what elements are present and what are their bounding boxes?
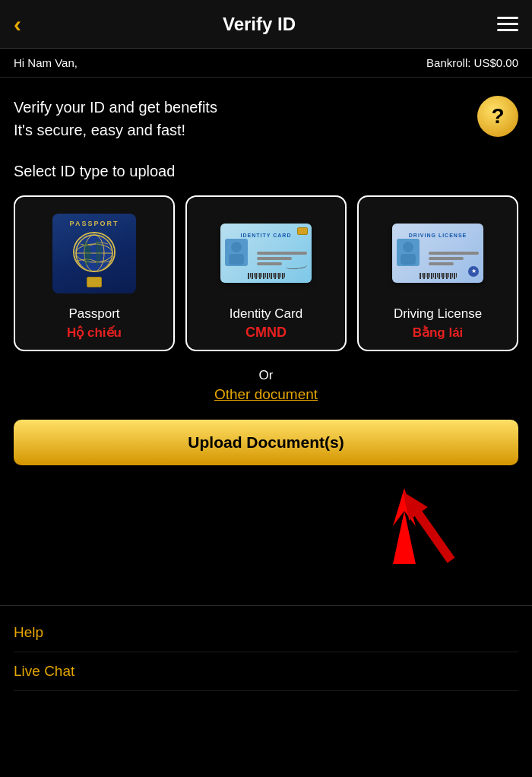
dlcard-title: DRIVING LICENSE	[392, 227, 483, 240]
globe-svg	[74, 233, 114, 273]
main-content: Verify your ID and get benefits It's sec…	[0, 78, 532, 605]
dlcard-line3	[429, 262, 454, 265]
intro-section: Verify your ID and get benefits It's sec…	[14, 96, 518, 141]
driving-license-label: Driving License	[394, 306, 482, 322]
arrow-area	[14, 480, 518, 572]
svg-point-4	[231, 242, 242, 252]
or-section: Or Other document	[14, 368, 518, 403]
header: ‹ Verify ID	[0, 0, 532, 49]
passport-chip	[87, 277, 102, 287]
footer-links: Help Live Chat	[0, 605, 532, 691]
intro-line2: It's secure, easy and fast!	[14, 119, 217, 141]
user-bar: Hi Nam Van, Bankroll: US$0.00	[0, 49, 532, 78]
menu-button[interactable]	[497, 17, 518, 31]
bankroll-text: Bankroll: US$0.00	[426, 56, 518, 69]
driving-license-image: DRIVING LICENSE	[365, 208, 511, 299]
help-link[interactable]: Help	[14, 614, 518, 652]
help-button[interactable]: ?	[477, 96, 518, 137]
passport-label: Passport	[68, 306, 119, 322]
identity-card-sublabel: CMND	[245, 325, 287, 341]
upload-button[interactable]: Upload Document(s)	[14, 420, 518, 465]
dlcard-line1	[429, 252, 479, 255]
idcard-photo	[225, 239, 248, 266]
svg-point-6	[403, 242, 413, 252]
svg-rect-5	[229, 254, 244, 265]
dlcard-line2	[429, 257, 464, 260]
identity-card-label: Identity Card	[230, 306, 302, 322]
dlcard-visual: DRIVING LICENSE	[392, 224, 483, 283]
passport-sublabel: Hộ chiếu	[67, 325, 122, 341]
person-svg	[227, 240, 245, 265]
svg-rect-7	[401, 254, 416, 265]
dlcard-photo	[397, 239, 420, 266]
driving-license-sublabel: Bằng lái	[413, 325, 464, 341]
page-title: Verify ID	[223, 14, 296, 35]
arrow-svg	[389, 480, 458, 572]
globe-inner	[74, 233, 114, 271]
back-button[interactable]: ‹	[14, 13, 21, 36]
intro-line1: Verify your ID and get benefits	[14, 96, 217, 119]
idcard-barcode	[220, 273, 312, 279]
identity-card-image: IDENTITY CARD	[193, 208, 339, 299]
menu-line	[497, 29, 518, 31]
identity-card[interactable]: IDENTITY CARD	[185, 195, 347, 351]
other-document-link[interactable]: Other document	[214, 386, 318, 403]
select-label: Select ID type to upload	[14, 163, 518, 180]
menu-line	[497, 23, 518, 25]
greeting-text: Hi Nam Van,	[14, 56, 78, 69]
menu-line	[497, 17, 518, 19]
id-cards-row: PASSPORT	[14, 195, 518, 351]
passport-visual: PASSPORT	[52, 214, 136, 293]
dlcard-title-text: DRIVING LICENSE	[409, 233, 467, 238]
passport-image: PASSPORT	[21, 208, 167, 299]
idcard-visual: IDENTITY CARD	[220, 224, 312, 283]
driving-license-card[interactable]: DRIVING LICENSE	[357, 195, 518, 351]
idcard-line1	[257, 252, 307, 255]
live-chat-link[interactable]: Live Chat	[14, 652, 518, 691]
or-text: Or	[14, 368, 518, 383]
dl-person-svg	[399, 240, 417, 265]
dlcard-barcode	[392, 273, 483, 279]
idcard-line2	[257, 257, 292, 260]
passport-top-label: PASSPORT	[70, 220, 119, 227]
intro-text: Verify your ID and get benefits It's sec…	[14, 96, 217, 141]
idcard-title-text: IDENTITY CARD	[241, 233, 292, 238]
passport-globe	[73, 232, 116, 273]
idcard-chip	[297, 227, 308, 235]
passport-card[interactable]: PASSPORT	[14, 195, 175, 351]
idcard-line3	[257, 262, 282, 265]
